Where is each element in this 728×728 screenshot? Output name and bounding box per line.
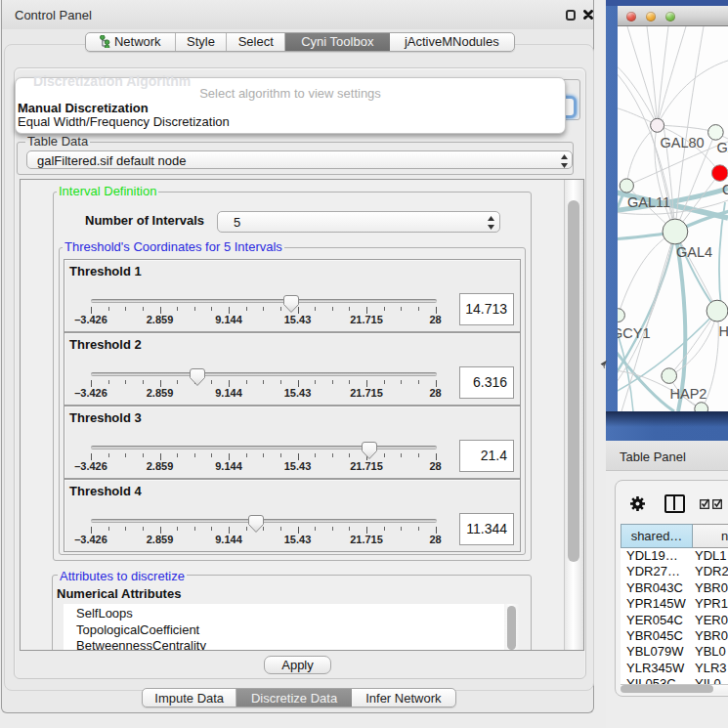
svg-text:GAL4: GAL4: [676, 244, 712, 260]
svg-text:H: H: [719, 323, 728, 339]
svg-text:GCY1: GCY1: [618, 325, 651, 341]
svg-text:GAL80: GAL80: [661, 135, 705, 150]
svg-text:GAL11: GAL11: [627, 194, 670, 210]
svg-text:C: C: [722, 182, 728, 197]
svg-text:HAP2: HAP2: [670, 386, 707, 402]
svg-text:GA: GA: [717, 140, 728, 155]
